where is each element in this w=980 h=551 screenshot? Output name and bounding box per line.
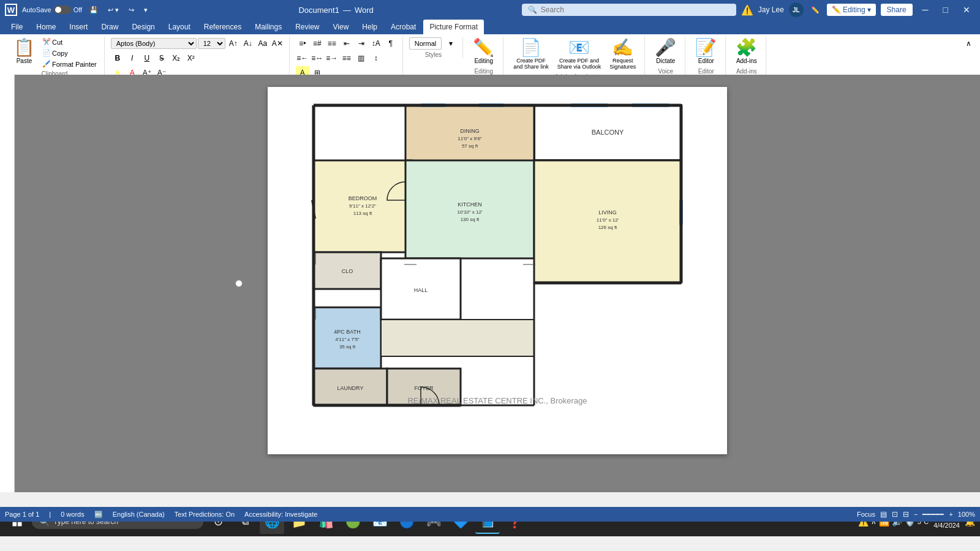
increase-font-button[interactable]: A↑	[227, 37, 240, 50]
tab-acrobat[interactable]: Acrobat	[385, 20, 422, 34]
tab-references[interactable]: References	[198, 20, 247, 34]
maximize-button[interactable]: □	[938, 4, 953, 16]
format-painter-button[interactable]: 🖌️ Format Painter	[40, 59, 99, 69]
search-input[interactable]	[541, 6, 730, 14]
zoom-in-button[interactable]: +	[949, 511, 952, 518]
paste-button[interactable]: 📋 Paste	[10, 37, 39, 67]
dropdown-icon: ▾	[867, 6, 871, 14]
format-painter-label: Format Painter	[52, 61, 97, 68]
read-view-button[interactable]: ⊟	[903, 510, 909, 519]
acrobat-content: 📄 Create PDFand Share link 📧 Create PDF …	[510, 37, 639, 72]
web-view-button[interactable]: ⊡	[892, 510, 898, 519]
superscript-button[interactable]: X²	[184, 51, 198, 65]
italic-button[interactable]: I	[126, 51, 139, 65]
customize-qat-button[interactable]: ▾	[141, 5, 150, 15]
undo-button[interactable]: ↩ ▾	[105, 5, 121, 15]
save-button[interactable]: 💾	[87, 5, 100, 15]
tab-help[interactable]: Help	[356, 20, 383, 34]
print-layout-button[interactable]: ▤	[880, 510, 887, 519]
tab-picture-format[interactable]: Picture Format	[423, 20, 484, 34]
multilevel-button[interactable]: ≡≡	[325, 37, 339, 50]
search-bar[interactable]: 🔍	[522, 4, 736, 16]
ribbon-collapse-button[interactable]: ∧	[962, 37, 975, 50]
proofing-icon[interactable]: 🔤	[94, 511, 103, 519]
create-pdf-icon: 📄	[520, 39, 541, 56]
svg-rect-27	[381, 320, 534, 356]
redo-button[interactable]: ↪	[126, 5, 137, 15]
decrease-indent-button[interactable]: ⇤	[340, 37, 353, 50]
editor-icon: 📝	[695, 39, 717, 56]
styles-expand-button[interactable]: ▾	[444, 37, 458, 50]
svg-text:HALL: HALL	[414, 287, 428, 293]
line-spacing-button[interactable]: ↕	[369, 51, 383, 65]
numbering-button[interactable]: ≡#	[311, 37, 324, 50]
document-page: BALCONY DINING 11'0" x 9'6" 57 sq ft BED…	[268, 87, 727, 454]
columns-button[interactable]: ▥	[355, 51, 368, 65]
share-button[interactable]: Share	[881, 4, 913, 16]
copy-button[interactable]: 📄 Copy	[40, 48, 99, 58]
tab-view[interactable]: View	[327, 20, 355, 34]
svg-text:LIVING: LIVING	[598, 209, 617, 216]
styles-label: Styles	[425, 51, 442, 58]
tab-home[interactable]: Home	[30, 20, 62, 34]
tab-mailings[interactable]: Mailings	[249, 20, 288, 34]
language-label[interactable]: English (Canada)	[113, 511, 165, 518]
cut-button[interactable]: ✂️ Cut	[40, 37, 99, 47]
align-left-button[interactable]: ≡←	[296, 51, 309, 65]
zoom-slider[interactable]: ━━━━━	[922, 511, 944, 519]
bullets-button[interactable]: ≡•	[296, 37, 309, 50]
paste-icon: 📋	[13, 39, 35, 56]
close-button[interactable]: ✕	[958, 4, 975, 16]
tab-insert[interactable]: Insert	[63, 20, 94, 34]
zoom-out-button[interactable]: −	[914, 511, 918, 518]
tab-file[interactable]: File	[5, 20, 29, 34]
tab-layout[interactable]: Layout	[162, 20, 197, 34]
status-right: Focus ▤ ⊡ ⊟ − ━━━━━ + 100%	[857, 510, 975, 519]
para-row-2: ≡← ≡↔ ≡→ ≡≡ ▥ ↕	[296, 51, 398, 65]
create-pdf-button[interactable]: 📄 Create PDFand Share link	[510, 37, 552, 72]
create-pdf-label: Create PDFand Share link	[513, 58, 549, 70]
left-handle[interactable]	[235, 280, 243, 287]
subscript-button[interactable]: X₂	[170, 51, 183, 65]
dictate-button[interactable]: 🎤 Dictate	[651, 37, 680, 67]
underline-button[interactable]: U	[140, 51, 154, 65]
focus-button[interactable]: Focus	[857, 511, 875, 518]
word-count-label: 0 words	[61, 511, 85, 518]
align-right-button[interactable]: ≡→	[325, 51, 339, 65]
editor-area: BALCONY DINING 11'0" x 9'6" 57 sq ft BED…	[0, 75, 980, 507]
justify-button[interactable]: ≡≡	[340, 51, 353, 65]
minimize-button[interactable]: ─	[918, 4, 933, 16]
styles-box[interactable]: Normal	[409, 37, 442, 50]
ribbon-collapse: ∧	[962, 37, 975, 50]
editor-button[interactable]: 📝 Editor	[692, 37, 720, 67]
create-pdf-outlook-button[interactable]: 📧 Create PDF andShare via Outlook	[554, 37, 605, 72]
show-formatting-button[interactable]: ¶	[384, 37, 398, 50]
tab-review[interactable]: Review	[289, 20, 325, 34]
accessibility-label[interactable]: Accessibility: Investigate	[244, 511, 317, 518]
decrease-font-button[interactable]: A↓	[241, 37, 255, 50]
autosave-state: Off	[74, 6, 82, 13]
strikethrough-button[interactable]: S̶	[155, 51, 168, 65]
autosave-toggle[interactable]	[54, 6, 71, 14]
bold-button[interactable]: B	[111, 51, 124, 65]
pen-button[interactable]: ✏️	[809, 5, 822, 15]
editing-ribbon-button[interactable]: ✏️ Editing	[469, 37, 498, 67]
text-predictions-label[interactable]: Text Predictions: On	[175, 511, 235, 518]
font-controls: Aptos (Body) 12 A↑ A↓ Aa A✕ B I U S̶ X₂	[111, 37, 284, 80]
sort-button[interactable]: ↕A	[369, 37, 383, 50]
floor-plan-container[interactable]: BALCONY DINING 11'0" x 9'6" 57 sq ft BED…	[280, 99, 715, 418]
center-button[interactable]: ≡↔	[311, 51, 324, 65]
tab-draw[interactable]: Draw	[95, 20, 124, 34]
addins-button[interactable]: 🧩 Add-ins	[732, 37, 761, 67]
font-size-select[interactable]: 12	[198, 38, 225, 49]
increase-indent-button[interactable]: ⇥	[355, 37, 368, 50]
tab-design[interactable]: Design	[126, 20, 160, 34]
request-signatures-button[interactable]: ✍️ RequestSignatures	[606, 37, 639, 72]
title-bar-left: W AutoSave Off 💾 ↩ ▾ ↪ ▾	[5, 4, 150, 16]
editing-button[interactable]: ✏️ Editing ▾	[827, 4, 876, 16]
change-case-button[interactable]: Aa	[256, 37, 270, 50]
cut-label: Cut	[52, 39, 62, 46]
font-name-select[interactable]: Aptos (Body)	[111, 38, 197, 49]
floor-plan-svg: BALCONY DINING 11'0" x 9'6" 57 sq ft BED…	[307, 99, 687, 418]
clear-formatting-button[interactable]: A✕	[271, 37, 284, 50]
